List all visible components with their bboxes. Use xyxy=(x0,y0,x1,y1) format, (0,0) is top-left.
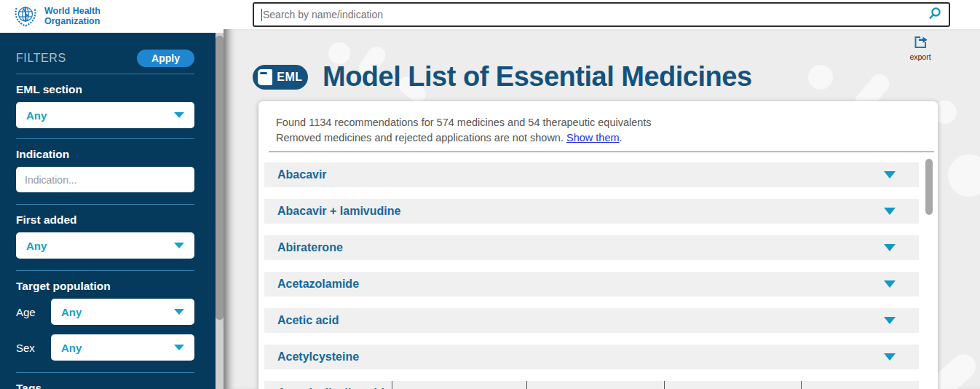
medicine-row[interactable]: Abiraterone xyxy=(264,235,919,260)
top-bar: World Health Organization xyxy=(0,0,980,29)
divider xyxy=(16,138,194,139)
sidebar-scrollbar-thumb[interactable] xyxy=(216,36,224,320)
column-divider xyxy=(664,381,665,389)
column-divider xyxy=(392,381,392,389)
first-added-select[interactable]: Any xyxy=(16,232,194,259)
divider xyxy=(269,152,934,152)
indication-input[interactable] xyxy=(16,167,194,192)
chevron-down-icon xyxy=(174,243,184,248)
chevron-down-icon xyxy=(884,244,896,251)
divider xyxy=(16,74,194,74)
first-added-value: Any xyxy=(26,240,47,252)
age-select[interactable]: Any xyxy=(51,299,194,325)
export-icon xyxy=(912,41,929,53)
book-icon xyxy=(258,69,272,85)
column-divider xyxy=(526,381,527,389)
medicine-name: Acetic acid xyxy=(277,314,339,327)
divider xyxy=(16,372,194,373)
apply-button[interactable]: Apply xyxy=(137,50,194,67)
chevron-down-icon xyxy=(174,309,184,315)
chevron-down-icon xyxy=(884,171,896,178)
summary-line1: Found 1134 recommendations for 574 medic… xyxy=(276,115,920,130)
tablet-watermark xyxy=(948,154,980,197)
eml-badge-label: EML xyxy=(277,71,302,84)
eml-section-value: Any xyxy=(26,109,47,122)
page-title: Model List of Essential Medicines xyxy=(323,61,752,93)
medicine-name: Acetylcysteine xyxy=(277,350,359,364)
chevron-down-icon xyxy=(884,280,896,288)
show-them-link[interactable]: Show them xyxy=(566,132,620,144)
search-icon[interactable] xyxy=(928,7,941,23)
who-logo-text: World Health Organization xyxy=(44,7,100,27)
sex-label: Sex xyxy=(16,342,51,354)
medicine-row[interactable]: Acetazolamide xyxy=(264,272,919,296)
medicine-name: Abacavir + lamivudine xyxy=(277,205,400,218)
chevron-down-icon xyxy=(884,208,896,215)
medicine-row[interactable]: Abacavir xyxy=(264,162,919,187)
export-label: export xyxy=(901,52,939,61)
eml-section-select[interactable]: Any xyxy=(16,102,194,128)
chevron-down-icon xyxy=(174,112,184,118)
sidebar-scrollbar[interactable] xyxy=(216,33,224,389)
main-content: EML Model List of Essential Medicines ex… xyxy=(224,29,980,389)
sex-select[interactable]: Any xyxy=(51,334,194,361)
filter-label-target-population: Target population xyxy=(16,280,194,293)
medicine-name: Acetazolamide xyxy=(277,278,359,291)
age-label: Age xyxy=(16,306,51,318)
search-bar[interactable] xyxy=(253,2,950,27)
eml-badge: EML xyxy=(253,65,308,90)
medicine-row[interactable]: Abacavir + lamivudine xyxy=(264,199,919,224)
medicine-row[interactable]: Acetic acid xyxy=(264,308,919,333)
medicine-list: Abacavir Abacavir + lamivudine Abiratero… xyxy=(258,162,938,369)
who-logo[interactable]: World Health Organization xyxy=(12,1,100,32)
text-cursor xyxy=(261,9,262,21)
filters-title: FILTERS xyxy=(16,52,66,65)
medicine-row[interactable]: Acetylsalicylic acid xyxy=(264,381,919,389)
filter-label-first-added: First added xyxy=(16,213,194,227)
medicine-name: Abiraterone xyxy=(277,241,343,254)
medicine-name: Abacavir xyxy=(277,168,327,181)
chevron-down-icon xyxy=(174,345,184,350)
medicine-row[interactable]: Acetylcysteine xyxy=(264,345,919,369)
summary-line2: Removed medicines and rejected applicati… xyxy=(276,130,920,146)
who-globe-icon xyxy=(12,1,39,32)
filters-sidebar: FILTERS Apply EML section Any Indication… xyxy=(0,33,216,389)
results-card: Found 1134 recommendations for 574 medic… xyxy=(258,101,938,389)
search-input[interactable] xyxy=(263,9,928,20)
chevron-down-icon xyxy=(884,317,896,324)
column-divider xyxy=(801,381,802,389)
chevron-down-icon xyxy=(884,353,896,361)
results-summary: Found 1134 recommendations for 574 medic… xyxy=(258,101,938,145)
divider xyxy=(16,270,194,271)
filter-label-tags: Tags xyxy=(16,382,194,389)
divider xyxy=(16,204,194,205)
list-scrollbar-thumb[interactable] xyxy=(925,159,933,215)
tablet-watermark xyxy=(808,65,833,90)
export-button[interactable]: export xyxy=(901,34,939,61)
filter-label-eml-section: EML section xyxy=(16,83,194,96)
age-value: Any xyxy=(61,306,82,318)
sex-value: Any xyxy=(61,342,82,354)
filter-label-indication: Indication xyxy=(16,148,194,161)
